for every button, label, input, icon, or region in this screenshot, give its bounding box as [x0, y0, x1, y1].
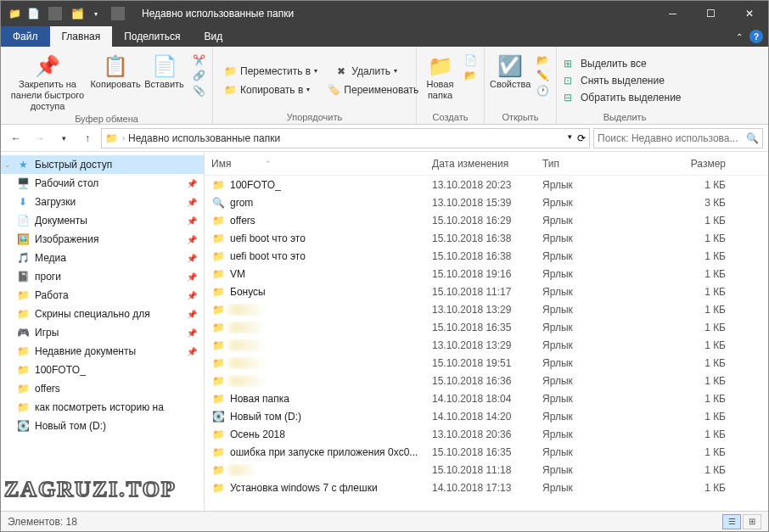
qat-item[interactable]: 📄: [26, 7, 40, 20]
refresh-button[interactable]: ⟳: [577, 132, 586, 144]
search-icon[interactable]: 🔍: [746, 132, 759, 144]
pin-quick-access-button[interactable]: 📌 Закрепить на панели быстрого доступа: [6, 50, 89, 112]
file-size: 1 КБ: [627, 179, 768, 191]
open-button[interactable]: 📂: [534, 53, 551, 67]
file-row[interactable]: 📁hidden313.10.2018 13:29Ярлык1 КБ: [205, 336, 768, 354]
invert-selection-button[interactable]: ⊟Обратить выделение: [562, 91, 683, 104]
qat-item[interactable]: 🗂️: [70, 7, 84, 20]
sidebar-icon: 📁: [16, 383, 30, 395]
file-row[interactable]: 📁Осень 201813.10.2018 20:36Ярлык1 КБ: [205, 425, 768, 443]
sidebar-item[interactable]: 💽Новый том (D:): [1, 417, 204, 435]
sidebar-item[interactable]: ⌄★Быстрый доступ: [1, 155, 204, 174]
file-row[interactable]: 📁Новая папка14.10.2018 18:04Ярлык1 КБ: [205, 389, 768, 407]
file-name: uefi boot что это: [230, 232, 306, 244]
new-folder-icon: 📁: [428, 53, 453, 79]
file-row[interactable]: 💽Новый том (D:)14.10.2018 14:20Ярлык1 КБ: [205, 407, 768, 425]
easy-access-button[interactable]: 📂: [462, 69, 479, 82]
paste-button[interactable]: 📄 Вставить: [142, 50, 187, 90]
file-row[interactable]: 📁uefi boot что это15.10.2018 16:38Ярлык1…: [205, 229, 768, 247]
file-row[interactable]: 🔍grom13.10.2018 15:39Ярлык3 КБ: [205, 193, 768, 211]
details-view-button[interactable]: ☰: [722, 514, 741, 529]
sidebar-item[interactable]: 🎵Медиа📌: [1, 249, 204, 267]
properties-button[interactable]: ☑️ Свойства: [490, 50, 530, 90]
file-name: uefi boot что это: [230, 250, 306, 262]
copy-button[interactable]: 📋 Копировать: [93, 50, 138, 90]
icons-view-button[interactable]: ⊞: [743, 514, 761, 529]
sidebar-item[interactable]: 🖥️Рабочий стол📌: [1, 174, 204, 193]
recent-locations-button[interactable]: ▾: [53, 128, 74, 148]
move-to-button[interactable]: 📁Переместить в ▾: [222, 64, 319, 78]
copy-to-button[interactable]: 📁Копировать в ▾: [222, 83, 312, 97]
sidebar-item[interactable]: 📁Работа📌: [1, 286, 204, 305]
file-row[interactable]: 📁hidden515.10.2018 16:36Ярлык1 КБ: [205, 372, 768, 389]
sidebar-item[interactable]: 🖼️Изображения📌: [1, 230, 204, 249]
searchbox[interactable]: 🔍: [593, 128, 763, 148]
delete-button[interactable]: ✖Удалить ▾: [333, 64, 399, 78]
file-row[interactable]: 📁hidden415.10.2018 19:51Ярлык1 КБ: [205, 354, 768, 372]
file-list: 📁100FOTO_13.10.2018 20:23Ярлык1 КБ🔍grom1…: [205, 176, 768, 511]
new-item-button[interactable]: 📄: [462, 53, 479, 67]
file-row[interactable]: 📁hidden113.10.2018 13:29Ярлык1 КБ: [205, 300, 768, 318]
addressbar[interactable]: 📁 › Недавно использованные папки ▾ ⟳: [101, 128, 590, 148]
pin-icon: 📌: [35, 53, 60, 79]
tab-file[interactable]: Файл: [1, 26, 50, 47]
select-all-button[interactable]: ⊞Выделить все: [562, 57, 648, 70]
edit-button[interactable]: ✏️: [534, 69, 551, 82]
pin-icon: 📌: [187, 272, 197, 282]
close-button[interactable]: ✕: [730, 1, 768, 26]
file-type: Ярлык: [542, 179, 627, 191]
sidebar-item[interactable]: 📁Недавние документы📌: [1, 342, 204, 361]
cut-button[interactable]: ✂️: [190, 53, 207, 67]
file-type: Ярлык: [542, 339, 627, 351]
forward-button[interactable]: →: [30, 128, 50, 148]
file-row[interactable]: 📁Установка windows 7 с флешки14.10.2018 …: [205, 479, 768, 496]
back-button[interactable]: ←: [6, 128, 26, 148]
file-row[interactable]: 📁uefi boot что это15.10.2018 16:38Ярлык1…: [205, 247, 768, 265]
file-date: 15.10.2018 16:35: [432, 446, 542, 458]
search-input[interactable]: [598, 132, 746, 144]
file-row[interactable]: 📁ошибка при запуске приложения 0xc0...15…: [205, 443, 768, 461]
sidebar-item[interactable]: 📄Документы📌: [1, 211, 204, 230]
address-dropdown[interactable]: ▾: [564, 132, 575, 144]
file-size: 1 КБ: [627, 482, 768, 494]
separator: [48, 7, 62, 20]
qat-dropdown[interactable]: ▾: [89, 7, 103, 20]
file-row[interactable]: 📁Почта15.10.2018 11:18Ярлык1 КБ: [205, 461, 768, 479]
tab-view[interactable]: Вид: [192, 26, 234, 47]
sidebar-item[interactable]: ⬇Загрузки📌: [1, 193, 204, 211]
file-row[interactable]: 📁VM15.10.2018 19:16Ярлык1 КБ: [205, 265, 768, 283]
col-size[interactable]: Размер: [627, 158, 768, 170]
file-row[interactable]: 📁offers15.10.2018 16:29Ярлык1 КБ: [205, 211, 768, 229]
file-icon: 📁: [211, 375, 225, 387]
col-date[interactable]: Дата изменения: [432, 158, 542, 170]
expand-icon[interactable]: ⌄: [4, 160, 11, 169]
paste-shortcut-button[interactable]: 📎: [190, 84, 207, 98]
sidebar-item[interactable]: 🎮Игры📌: [1, 323, 204, 342]
file-row[interactable]: 📁100FOTO_13.10.2018 20:23Ярлык1 КБ: [205, 176, 768, 193]
file-date: 13.10.2018 20:23: [432, 179, 542, 191]
pin-icon: 📌: [187, 310, 197, 319]
sidebar-item[interactable]: 📁100FOTO_: [1, 361, 204, 379]
file-icon: 🔍: [211, 197, 225, 209]
file-name: hidden5: [230, 375, 267, 387]
copy-path-button[interactable]: 🔗: [190, 69, 207, 82]
tab-share[interactable]: Поделиться: [112, 26, 192, 47]
file-row[interactable]: 📁Бонусы15.10.2018 11:17Ярлык1 КБ: [205, 283, 768, 300]
rename-button[interactable]: 🏷️Переименовать: [325, 83, 420, 97]
ribbon-collapse-icon[interactable]: ⌃: [736, 32, 743, 42]
sidebar-item[interactable]: 📁Скрины специально для 📌: [1, 305, 204, 323]
file-row[interactable]: 📁hidden215.10.2018 16:35Ярлык1 КБ: [205, 318, 768, 336]
col-name[interactable]: Имя: [211, 158, 231, 170]
maximize-button[interactable]: ☐: [692, 1, 730, 26]
select-none-button[interactable]: ⊡Снять выделение: [562, 74, 666, 87]
help-icon[interactable]: ?: [749, 30, 763, 43]
new-folder-button[interactable]: 📁 Новая папка: [422, 50, 458, 101]
history-button[interactable]: 🕐: [534, 84, 551, 98]
minimize-button[interactable]: ─: [654, 1, 692, 26]
col-type[interactable]: Тип: [542, 158, 627, 170]
sidebar-item[interactable]: 📁offers: [1, 379, 204, 398]
sidebar-item[interactable]: 📁как посмотреть историю на: [1, 398, 204, 417]
sidebar-item[interactable]: 📓проги📌: [1, 267, 204, 286]
tab-home[interactable]: Главная: [50, 26, 113, 47]
up-button[interactable]: ↑: [77, 128, 98, 148]
